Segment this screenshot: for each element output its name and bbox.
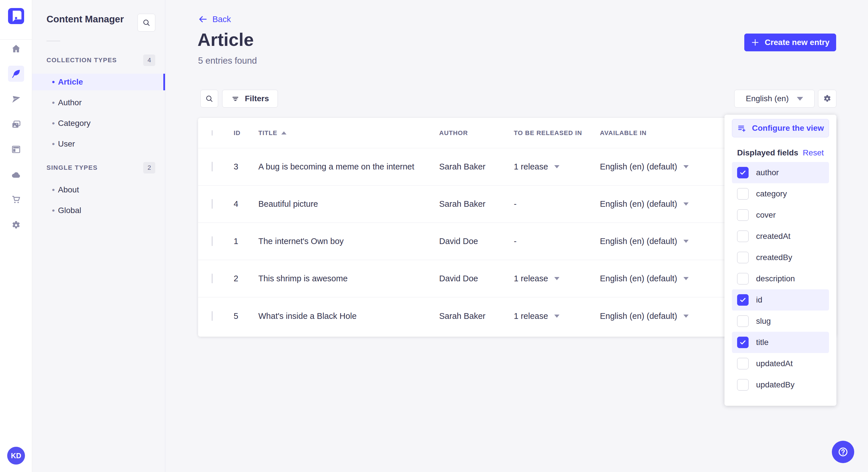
field-checkbox[interactable]: [737, 294, 749, 306]
field-checkbox[interactable]: [737, 379, 749, 391]
row-checkbox[interactable]: [212, 199, 212, 209]
cell-id: 5: [234, 311, 258, 321]
nav-content-manager-button[interactable]: [8, 66, 24, 82]
user-avatar[interactable]: KD: [7, 447, 25, 465]
back-link[interactable]: Back: [198, 14, 231, 24]
cell-release-text: 1 release: [514, 274, 548, 283]
nav-media-library-button[interactable]: [8, 116, 24, 133]
check-icon: [739, 339, 747, 346]
cell-release[interactable]: 1 release: [514, 162, 600, 171]
sidebar-item-label: Author: [58, 98, 82, 107]
cell-release[interactable]: -: [514, 199, 600, 209]
field-checkbox-row[interactable]: createdAt: [732, 226, 829, 247]
single-types-header: SINGLE TYPES 2: [46, 162, 155, 173]
sidebar-item-label: About: [58, 185, 79, 194]
field-checkbox-row[interactable]: author: [732, 162, 829, 183]
column-header-id[interactable]: ID: [234, 129, 258, 137]
field-label: author: [756, 168, 779, 177]
home-icon: [11, 43, 21, 54]
field-checkbox[interactable]: [737, 337, 749, 348]
strapi-logo[interactable]: [8, 8, 24, 24]
cell-release[interactable]: 1 release: [514, 311, 600, 321]
sidebar-title: Content Manager: [46, 14, 124, 25]
nav-marketplace-button[interactable]: [8, 192, 24, 208]
sidebar-nav-item[interactable]: Category: [32, 115, 165, 132]
nav-releases-button[interactable]: [8, 92, 24, 107]
create-new-entry-button[interactable]: Create new entry: [744, 34, 836, 51]
field-checkbox-row[interactable]: description: [732, 268, 829, 289]
sidebar-nav-item[interactable]: Article: [32, 74, 165, 90]
field-checkbox-row[interactable]: createdBy: [732, 247, 829, 268]
sidebar-nav-item[interactable]: Global: [32, 202, 165, 219]
cell-title: Beautiful picture: [258, 199, 439, 209]
sidebar-nav-item[interactable]: About: [32, 181, 165, 198]
cell-release[interactable]: 1 release: [514, 274, 600, 283]
select-all-checkbox[interactable]: [212, 130, 212, 136]
check-icon: [739, 169, 747, 176]
page-title: Article: [197, 29, 254, 50]
column-header-author[interactable]: AUTHOR: [439, 129, 514, 137]
configure-the-view-button[interactable]: Configure the view: [732, 119, 829, 137]
locale-chevron-icon[interactable]: [683, 314, 689, 318]
reset-button[interactable]: Reset: [803, 148, 824, 158]
field-label: category: [756, 189, 787, 198]
locale-select[interactable]: English (en): [734, 90, 815, 107]
row-checkbox[interactable]: [212, 162, 212, 171]
collection-types-label: COLLECTION TYPES: [46, 57, 117, 64]
nav-settings-button[interactable]: [8, 217, 24, 233]
field-checkbox[interactable]: [737, 273, 749, 284]
nav-content-type-builder-button[interactable]: [8, 141, 24, 158]
sidebar-nav-item[interactable]: Author: [32, 94, 165, 111]
field-checkbox[interactable]: [737, 188, 749, 200]
main-nav-rail: KD: [0, 0, 32, 472]
table-search-button[interactable]: [200, 90, 218, 107]
field-checkbox-row[interactable]: updatedAt: [732, 353, 829, 374]
sort-asc-icon[interactable]: [281, 131, 286, 134]
field-checkbox[interactable]: [737, 209, 749, 221]
create-new-entry-label: Create new entry: [765, 38, 830, 47]
locale-chevron-icon[interactable]: [683, 165, 689, 168]
column-header-release[interactable]: TO BE RELEASED IN: [514, 129, 600, 137]
sidebar-nav-item[interactable]: User: [32, 136, 165, 152]
row-checkbox[interactable]: [212, 236, 212, 246]
field-checkbox[interactable]: [737, 315, 749, 327]
release-chevron-icon[interactable]: [554, 314, 559, 318]
locale-chevron-icon[interactable]: [683, 202, 689, 206]
cell-release-text: -: [514, 199, 517, 209]
locale-chevron-icon[interactable]: [683, 240, 689, 243]
gear-icon: [11, 220, 21, 230]
view-settings-button[interactable]: [818, 90, 836, 107]
help-button[interactable]: [832, 441, 854, 463]
field-checkbox-row[interactable]: updatedBy: [732, 374, 829, 396]
nav-home-button[interactable]: [8, 41, 24, 57]
displayed-fields-label: Displayed fields: [737, 148, 798, 158]
field-checkbox-row[interactable]: cover: [732, 204, 829, 226]
field-checkbox-row[interactable]: id: [732, 289, 829, 310]
field-checkbox[interactable]: [737, 231, 749, 242]
sidebar-search-button[interactable]: [137, 14, 155, 32]
field-checkbox[interactable]: [737, 358, 749, 369]
locale-chevron-icon[interactable]: [683, 277, 689, 280]
row-checkbox[interactable]: [212, 274, 212, 283]
collection-types-list: Article Author Category User: [32, 74, 165, 156]
release-chevron-icon[interactable]: [554, 277, 559, 280]
field-label: updatedBy: [756, 380, 795, 390]
nav-cloud-button[interactable]: [8, 167, 24, 183]
field-checkbox[interactable]: [737, 252, 749, 263]
cell-available-text: English (en) (default): [600, 311, 677, 321]
filters-label: Filters: [245, 94, 269, 103]
filters-button[interactable]: Filters: [222, 90, 278, 107]
search-icon: [142, 19, 151, 27]
sidebar-item-label: Article: [58, 77, 83, 87]
field-checkbox-row[interactable]: category: [732, 183, 829, 204]
single-types-list: About Global: [32, 181, 165, 223]
send-icon: [11, 94, 21, 105]
field-checkbox-row[interactable]: slug: [732, 310, 829, 332]
release-chevron-icon[interactable]: [554, 165, 559, 168]
field-checkbox[interactable]: [737, 167, 749, 178]
cart-icon: [11, 194, 21, 205]
column-header-title[interactable]: TITLE: [258, 129, 439, 137]
cell-release[interactable]: -: [514, 237, 600, 246]
field-checkbox-row[interactable]: title: [732, 332, 829, 353]
row-checkbox[interactable]: [212, 311, 212, 321]
